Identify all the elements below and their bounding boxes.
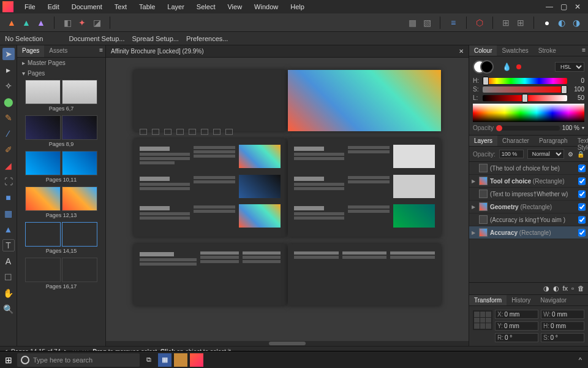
color-spectrum[interactable]: [473, 104, 584, 122]
menu-select[interactable]: Select: [190, 2, 222, 12]
toolbar-icon[interactable]: ⊞: [499, 16, 513, 29]
layer-visible-checkbox[interactable]: [578, 190, 586, 198]
color-mode-select[interactable]: HSL: [555, 62, 584, 72]
toolbar-icon[interactable]: ◪: [90, 16, 104, 29]
page-thumb[interactable]: Pages 12,13: [21, 186, 102, 218]
stroke-tab[interactable]: Stroke: [533, 45, 561, 56]
taskbar-publisher-icon[interactable]: [190, 353, 203, 367]
frame-tool-2[interactable]: ☐: [2, 271, 15, 283]
panel-menu-icon[interactable]: ≡: [579, 45, 588, 56]
menu-help[interactable]: Help: [284, 2, 311, 12]
layer-adjust-icon[interactable]: ◐: [553, 285, 559, 293]
pan-tool[interactable]: ✋: [2, 287, 15, 299]
luminosity-slider[interactable]: [483, 95, 567, 101]
text-tool[interactable]: ✧: [2, 80, 15, 92]
anchor-grid[interactable]: [473, 310, 492, 330]
toolbar-icon[interactable]: ◧: [61, 16, 74, 29]
blend-mode-select[interactable]: Normal: [527, 149, 564, 159]
layer-visible-checkbox[interactable]: [578, 164, 586, 172]
layer-row[interactable]: ▶Geometry (Rectangle): [469, 201, 588, 213]
brush-tool[interactable]: ∕: [2, 128, 15, 140]
colour-tab[interactable]: Colour: [469, 45, 497, 56]
horizontal-scrollbar[interactable]: [106, 341, 469, 346]
taskbar-app-icon[interactable]: ▦: [158, 353, 172, 367]
color-picker-tool[interactable]: ⬤: [2, 96, 15, 108]
node-tool[interactable]: ▸: [2, 64, 15, 76]
toolbar-icon[interactable]: ▦: [405, 16, 419, 29]
taskbar-search[interactable]: Type here to search: [17, 353, 140, 367]
layer-row[interactable]: (The tool of choice for be): [469, 162, 588, 175]
y-field[interactable]: Y:0 mm: [495, 321, 538, 331]
history-tab[interactable]: History: [507, 295, 535, 305]
panel-menu-icon[interactable]: ≡: [97, 45, 105, 57]
taskbar-explorer-icon[interactable]: [174, 353, 187, 367]
art-text-tool[interactable]: T: [2, 239, 15, 251]
frame-text-tool[interactable]: A: [2, 255, 15, 267]
task-view-button[interactable]: ⧉: [142, 353, 156, 367]
toolbar-icon[interactable]: ▧: [420, 16, 434, 29]
close-button[interactable]: ✕: [575, 2, 581, 11]
w-field[interactable]: W:0 mm: [541, 310, 584, 319]
menu-window[interactable]: Window: [248, 2, 284, 12]
document-tab[interactable]: Affinity Brochure [Locked] (29.9%) ✕: [106, 45, 469, 58]
layer-lock-icon[interactable]: 🔒: [577, 151, 584, 158]
s-field[interactable]: S:0 °: [541, 333, 584, 342]
paragraph-tab[interactable]: Paragraph: [534, 136, 573, 146]
h-field[interactable]: H:0 mm: [541, 321, 584, 331]
crop-tool[interactable]: ⛶: [2, 175, 15, 188]
r-field[interactable]: R:0 °: [495, 333, 538, 342]
layer-row[interactable]: ▶Tool of choice (Rectangle): [469, 175, 588, 188]
shape-tool[interactable]: ▲: [2, 223, 15, 236]
layer-mask-icon[interactable]: ◑: [543, 285, 549, 293]
layer-settings-icon[interactable]: ⚙: [568, 151, 573, 158]
document-setup-button[interactable]: Document Setup...: [69, 35, 124, 42]
add-layer-icon[interactable]: ▫: [571, 285, 574, 293]
close-document-icon[interactable]: ✕: [459, 48, 464, 55]
pen-tool[interactable]: ✎: [2, 112, 15, 124]
navigator-tab[interactable]: Navigator: [535, 295, 571, 305]
move-tool[interactable]: ➤: [2, 48, 15, 60]
opacity-slider[interactable]: [496, 126, 560, 131]
layer-fx-icon[interactable]: fx: [563, 285, 568, 293]
layer-visible-checkbox[interactable]: [578, 229, 586, 237]
menu-file[interactable]: File: [18, 2, 42, 12]
delete-layer-icon[interactable]: 🗑: [578, 285, 584, 293]
pages-section-header[interactable]: ▾ Pages: [17, 68, 105, 79]
layers-tab[interactable]: Layers: [469, 136, 497, 146]
menu-table[interactable]: Table: [133, 2, 161, 12]
master-pages-header[interactable]: ▸ Master Pages: [17, 58, 105, 68]
page-thumb[interactable]: Pages 8,9: [21, 115, 102, 147]
snap-icon[interactable]: ⬡: [473, 16, 486, 29]
page-thumb[interactable]: Pages 14,15: [21, 222, 102, 254]
hue-slider[interactable]: [483, 78, 567, 84]
persona-photo-icon[interactable]: ▲: [34, 16, 48, 29]
layer-row[interactable]: (Text to impress†Whether w): [469, 188, 588, 201]
maximize-button[interactable]: ▢: [560, 2, 567, 11]
layer-opacity-input[interactable]: [499, 150, 524, 158]
assets-tab[interactable]: Assets: [44, 45, 72, 57]
page-thumb[interactable]: Pages 16,17: [21, 258, 102, 289]
fill-tool[interactable]: ◢: [2, 159, 15, 172]
layer-row[interactable]: (Accuracy is king†You aim ): [469, 213, 588, 226]
canvas[interactable]: [106, 58, 469, 346]
boolean-intersect-icon[interactable]: ◑: [570, 16, 583, 29]
preferences-button[interactable]: Preferences...: [186, 35, 228, 42]
eyedropper-icon[interactable]: 💧: [502, 63, 511, 71]
minimize-button[interactable]: —: [546, 2, 553, 11]
paint-tool[interactable]: ✐: [2, 144, 15, 156]
transform-tab[interactable]: Transform: [469, 295, 507, 305]
layer-visible-checkbox[interactable]: [578, 203, 586, 211]
boolean-add-icon[interactable]: ●: [540, 16, 554, 29]
layer-row[interactable]: ▶Accuracy (Rectangle): [469, 226, 588, 239]
table-tool[interactable]: ▦: [2, 207, 15, 220]
stroke-swatch[interactable]: [480, 60, 494, 74]
text-styles-tab[interactable]: Text Styles: [573, 136, 588, 146]
menu-view[interactable]: View: [221, 2, 248, 12]
boolean-subtract-icon[interactable]: ◐: [555, 16, 568, 29]
character-tab[interactable]: Character: [497, 136, 534, 146]
persona-publisher-icon[interactable]: ▲: [5, 16, 18, 29]
align-icon[interactable]: ≡: [447, 16, 460, 29]
menu-layer[interactable]: Layer: [161, 2, 190, 12]
swatches-tab[interactable]: Swatches: [497, 45, 533, 56]
spread-setup-button[interactable]: Spread Setup...: [132, 35, 178, 42]
